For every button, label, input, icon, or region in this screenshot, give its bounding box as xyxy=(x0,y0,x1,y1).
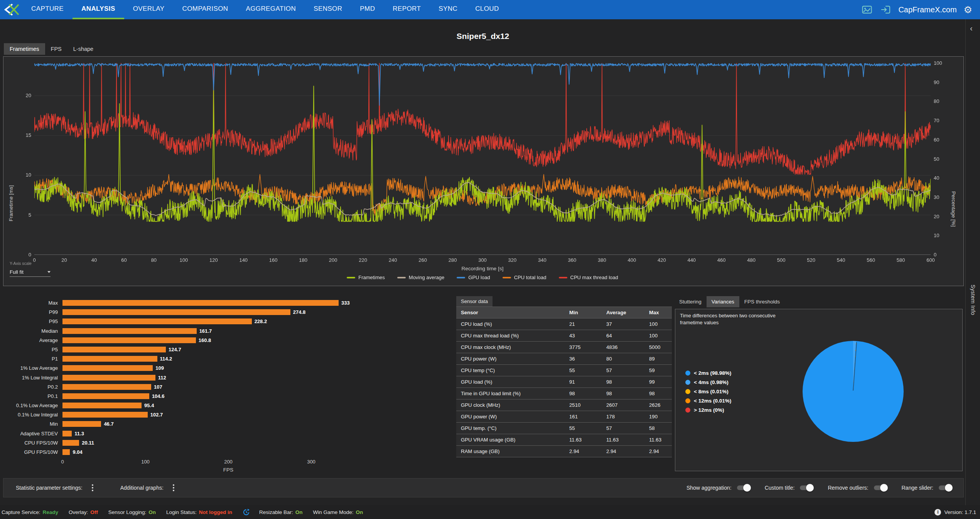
legend-item-cpu-total-load: CPU total load xyxy=(503,275,547,280)
stat-bar-row: P99274.8 xyxy=(3,309,350,315)
status-label: Capture Service: xyxy=(2,509,40,515)
chart-tab-fps[interactable]: FPS xyxy=(45,43,67,55)
status-login-status: Login Status:Not logged in xyxy=(166,509,232,515)
controls-left-group: Statistic parameter settings:Additional … xyxy=(3,483,201,493)
variance-legend-label: < 4ms (0.98%) xyxy=(694,379,729,385)
legend-item-moving-average: Moving average xyxy=(397,275,445,280)
settings-gear-icon[interactable]: ⚙ xyxy=(964,5,972,15)
stat-bar xyxy=(62,365,153,371)
x-tick: 60 xyxy=(121,257,127,263)
stat-bar-row: Min46.7 xyxy=(3,421,350,427)
analysis-controls-row: Statistic parameter settings:Additional … xyxy=(3,478,964,497)
toggle-switch-range-slider[interactable] xyxy=(938,484,953,492)
sensor-column-header: Sensor xyxy=(456,307,566,318)
sensor-cell: 11.63 xyxy=(603,434,646,446)
sensor-cell: CPU max clock (MHz) xyxy=(456,342,566,353)
sensor-cell: 2.94 xyxy=(646,446,672,457)
sensor-cell: RAM usage (GB) xyxy=(456,446,566,457)
chart-tab-frametimes[interactable]: Frametimes xyxy=(4,43,45,55)
toggle-item-show-aggregation: Show aggregation: xyxy=(687,484,751,492)
nav-tab-report[interactable]: REPORT xyxy=(384,0,430,19)
stat-bar-row: Max333 xyxy=(3,300,350,306)
nav-tab-aggregation[interactable]: AGGREGATION xyxy=(237,0,305,19)
screenshot-icon[interactable] xyxy=(861,4,873,15)
x-tick: 260 xyxy=(418,257,427,263)
sensor-table-row: GPU VRAM usage (GB)11.6311.6311.63 xyxy=(456,434,672,446)
top-nav-bar: CAPTUREANALYSISOVERLAYCOMPARISONAGGREGAT… xyxy=(0,0,980,19)
sensor-cell: 98 xyxy=(646,388,672,399)
sensor-table-row: GPU temp. (°C)555758 xyxy=(456,423,672,434)
kebab-menu-icon[interactable] xyxy=(89,483,96,493)
y-left-tick: 15 xyxy=(3,132,31,138)
nav-tabs: CAPTUREANALYSISOVERLAYCOMPARISONAGGREGAT… xyxy=(22,0,508,19)
nav-tab-sync[interactable]: SYNC xyxy=(430,0,466,19)
variance-legend-label: < 2ms (98.98%) xyxy=(694,370,731,376)
sensor-table-row: RAM usage (GB)2.942.942.94 xyxy=(456,446,672,457)
x-tick: 80 xyxy=(151,257,157,263)
stat-bar-label: 0.1% Low Average xyxy=(3,403,58,408)
brand-link[interactable]: CapFrameX.com xyxy=(898,5,956,14)
status-value: Off xyxy=(90,509,98,515)
x-tick: 460 xyxy=(717,257,726,263)
sensor-cell: 2.94 xyxy=(566,446,603,457)
variance-panel: StutteringVariancesFPS thresholds Time d… xyxy=(674,296,963,472)
toggle-switch-custom-title[interactable] xyxy=(799,484,814,492)
stat-bar-value: 333 xyxy=(341,300,350,306)
login-icon[interactable] xyxy=(880,4,891,15)
variance-tab-fps-thresholds[interactable]: FPS thresholds xyxy=(739,296,785,307)
nav-tab-capture[interactable]: CAPTURE xyxy=(22,0,73,19)
sensor-data-tab[interactable]: Sensor data xyxy=(456,296,493,307)
stat-bar-value: 95.4 xyxy=(144,403,154,408)
status-label: Resizable Bar: xyxy=(259,509,293,515)
nav-tab-analysis[interactable]: ANALYSIS xyxy=(73,0,124,19)
stat-bar-value: 160.8 xyxy=(199,337,211,343)
sensor-cell: 57 xyxy=(603,423,646,434)
nav-tab-overlay[interactable]: OVERLAY xyxy=(124,0,174,19)
sensor-data-table: SensorMinAverageMaxCPU load (%)2137100CP… xyxy=(456,307,672,457)
frametime-line-chart[interactable] xyxy=(34,59,931,255)
legend-dot-icon xyxy=(685,408,690,413)
nav-tab-pmd[interactable]: PMD xyxy=(351,0,384,19)
stat-bar-value: 114.2 xyxy=(160,356,172,362)
nav-tab-comparison[interactable]: COMPARISON xyxy=(174,0,237,19)
status-label: Sensor Logging: xyxy=(108,509,146,515)
x-tick: 300 xyxy=(478,257,487,263)
toggle-item-range-slider: Range slider: xyxy=(902,484,953,492)
legend-label: Frametimes xyxy=(358,275,385,280)
toggle-switch-remove-outliers[interactable] xyxy=(873,484,888,492)
sensor-cell: 178 xyxy=(603,411,646,423)
stat-bar-row: GPU FPS/10W9.04 xyxy=(3,449,350,455)
legend-swatch xyxy=(503,277,511,278)
variance-tab-variances[interactable]: Variances xyxy=(707,296,739,307)
expand-panel-chevron-icon[interactable]: ‹ xyxy=(970,24,973,33)
control-group-statistic-parameter-settings: Statistic parameter settings: xyxy=(16,483,96,493)
kebab-dot xyxy=(92,484,93,486)
nav-tab-cloud[interactable]: CLOUD xyxy=(466,0,508,19)
x-tick: 600 xyxy=(926,257,935,263)
statistics-bars: Max333P99274.8P95228.2Median161.7Average… xyxy=(3,300,350,455)
legend-dot-icon xyxy=(685,389,690,394)
capframex-logo[interactable] xyxy=(0,0,22,19)
variance-tab-stuttering[interactable]: Stuttering xyxy=(674,296,707,307)
sensor-column-header: Min xyxy=(566,307,603,318)
variance-description: Time differences between two consecutive… xyxy=(680,312,800,326)
chart-tab-l-shape[interactable]: L-shape xyxy=(67,43,99,55)
kebab-menu-icon[interactable] xyxy=(170,483,177,493)
toggle-switch-show-aggregation[interactable] xyxy=(736,484,751,492)
sensor-cell: GPU power (W) xyxy=(456,411,566,423)
stat-bar-label: P5 xyxy=(3,347,58,352)
history-icon[interactable] xyxy=(243,509,250,516)
stat-bar-value: 124.7 xyxy=(169,347,181,352)
stat-bar xyxy=(62,356,157,362)
sensor-cell: 57 xyxy=(603,365,646,376)
stat-bar-row: Median161.7 xyxy=(3,328,350,334)
stat-bar xyxy=(62,375,155,381)
stat-bar xyxy=(62,300,339,306)
system-info-label[interactable]: System Info xyxy=(970,285,976,315)
chart-legend: FrametimesMoving averageGPU loadCPU tota… xyxy=(34,275,931,280)
sensor-table-row: GPU clock (MHz)251026072626 xyxy=(456,399,672,411)
toggle-thumb xyxy=(945,484,953,492)
nav-tab-sensor[interactable]: SENSOR xyxy=(305,0,351,19)
info-icon[interactable]: i xyxy=(934,509,941,516)
stat-bar-label: CPU FPS/10W xyxy=(3,440,58,446)
